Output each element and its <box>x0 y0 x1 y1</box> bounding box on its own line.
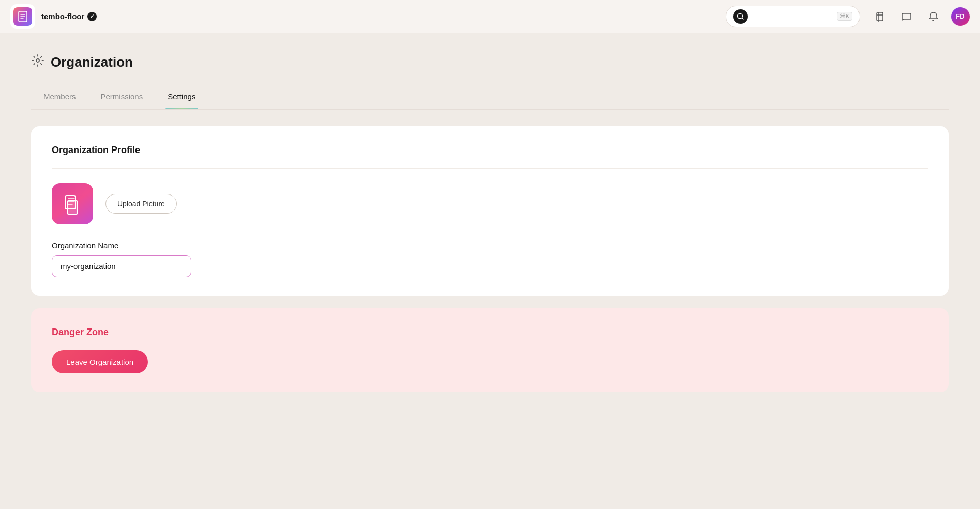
leave-organization-button[interactable]: Leave Organization <box>52 350 148 373</box>
org-avatar-logo <box>52 183 93 224</box>
organization-settings-icon <box>31 54 44 70</box>
danger-zone-card: Danger Zone Leave Organization <box>31 308 949 392</box>
org-name-field-group: Organization Name <box>52 241 928 277</box>
svg-rect-4 <box>67 201 78 214</box>
search-icon <box>733 9 748 24</box>
main-content: Organization Members Permissions Setting… <box>0 33 980 425</box>
org-profile-title: Organization Profile <box>52 145 928 156</box>
org-name-input[interactable] <box>52 255 191 277</box>
tabs-divider <box>31 109 949 110</box>
org-profile-card: Organization Profile Upload Picture Orga… <box>31 126 949 296</box>
org-name-label: tembo-floor ✓ <box>41 12 97 21</box>
org-logo-nav[interactable] <box>10 4 35 29</box>
org-name-label: Organization Name <box>52 241 928 250</box>
search-shortcut: ⌘K <box>837 12 852 21</box>
tab-members[interactable]: Members <box>31 87 88 109</box>
svg-point-2 <box>36 59 39 62</box>
tab-settings[interactable]: Settings <box>155 87 208 109</box>
search-bar[interactable]: ⌘K <box>726 6 860 27</box>
card-divider <box>52 168 928 169</box>
topnav: tembo-floor ✓ ⌘K <box>0 0 980 33</box>
user-avatar[interactable]: FD <box>951 7 970 26</box>
bookmarks-icon-button[interactable] <box>870 7 889 26</box>
org-logo-section: Upload Picture <box>52 183 928 224</box>
messages-icon-button[interactable] <box>897 7 916 26</box>
page-header: Organization <box>31 54 949 70</box>
tabs: Members Permissions Settings <box>31 87 949 109</box>
page-title: Organization <box>51 54 133 70</box>
verified-badge-icon: ✓ <box>87 12 97 21</box>
danger-zone-title: Danger Zone <box>52 327 928 338</box>
nav-icons: FD <box>870 7 970 26</box>
svg-rect-1 <box>877 12 883 21</box>
tab-permissions[interactable]: Permissions <box>88 87 156 109</box>
upload-picture-button[interactable]: Upload Picture <box>105 194 177 214</box>
notifications-icon-button[interactable] <box>924 7 943 26</box>
